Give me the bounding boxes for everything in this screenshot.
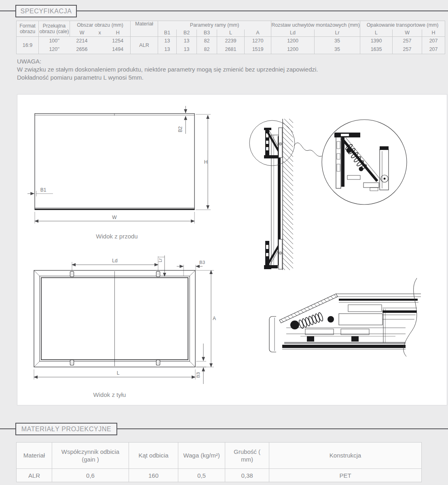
table-cell xyxy=(94,37,106,46)
table-cell: PET xyxy=(269,469,422,482)
mounting-clip xyxy=(70,272,74,277)
mounting-clip xyxy=(70,360,74,365)
table-cell: 13 xyxy=(158,45,177,54)
table-cell: 207 xyxy=(422,45,445,54)
dim-label-lr: Lr xyxy=(158,258,163,262)
table-cell: ALR xyxy=(17,469,52,482)
section-title-box-specyfikacja: SPECYFIKACJA xyxy=(15,5,77,17)
table-cell: 2239 xyxy=(217,37,245,46)
col-header-diagonal: Przekątna obrazu (cale) xyxy=(39,21,70,37)
technical-drawing: H W B2 B1 Widok z przodu xyxy=(17,95,447,405)
note-line-2: Dokładność pomiaru parametru L wynosi 5m… xyxy=(17,74,318,82)
table-cell: 35 xyxy=(315,37,360,46)
table-cell: 35 xyxy=(315,45,360,54)
col-header-format: Format obrazu xyxy=(17,21,39,37)
table-cell: 1635 xyxy=(360,45,393,54)
sub-header-h2: H xyxy=(422,30,445,37)
col-header-angle: Kąt odbicia xyxy=(129,443,178,469)
table-cell: 1519 xyxy=(245,45,271,54)
top-bracket xyxy=(264,128,282,158)
table-cell: 1494 xyxy=(106,45,131,54)
col-header-thickness: Grubość ( mm) xyxy=(225,443,269,469)
sub-header-h: H xyxy=(106,30,131,37)
rear-view-drawing: Ld Lr B3 A B3 L Widok z tyłu xyxy=(34,255,216,398)
materials-table: Materiał Współczynnik odbicia (gain ) Ką… xyxy=(16,442,422,482)
col-header-weight: Waga (kg/m²) xyxy=(178,443,225,469)
sub-header-lr: Lr xyxy=(315,30,360,37)
col-header-gain: Współczynnik odbicia (gain ) xyxy=(52,443,129,469)
note-line-1: W związku ze stałym doskonaleniem produk… xyxy=(17,65,318,74)
sub-header-b2: B2 xyxy=(177,30,197,37)
wall-hatching xyxy=(283,119,293,270)
spec-sheet-page: { "section1": {"title": "SPECYFIKACJA"},… xyxy=(0,0,448,485)
table-cell: 160 xyxy=(129,469,178,482)
table-row: 120'' 2656 1494 13 13 82 2681 1519 1200 … xyxy=(17,45,445,54)
group-header-opakowanie: Opakowanie transportowe (mm) xyxy=(360,21,445,30)
table-cell: 1254 xyxy=(106,37,131,46)
table-cell: 1200 xyxy=(271,45,315,54)
table-cell: 82 xyxy=(197,37,217,46)
sub-header-ld: Ld xyxy=(271,30,315,37)
table-cell: 1200 xyxy=(271,37,315,46)
group-header-rama: Parametry ramy (mm) xyxy=(158,21,271,30)
table-cell: 0,38 xyxy=(225,469,269,482)
dim-label-b1: B1 xyxy=(40,187,46,193)
table-cell: 13 xyxy=(177,45,197,54)
group-header-obszar: Obszar obrazu (mm) xyxy=(70,21,131,30)
cell-format: 16:9 xyxy=(17,37,39,54)
note-block: UWAGA: W związku ze stałym doskonaleniem… xyxy=(17,57,318,82)
mounting-clip xyxy=(156,360,160,365)
table-cell: 1270 xyxy=(245,37,271,46)
table-cell: 207 xyxy=(422,37,445,46)
sub-header-a: A xyxy=(245,30,271,37)
table-cell: 100'' xyxy=(39,37,70,46)
dim-label-b2: B2 xyxy=(178,126,183,132)
table-cell: 257 xyxy=(393,45,422,54)
break-line xyxy=(404,278,417,356)
page-title: SPECYFIKACJA xyxy=(20,8,72,15)
spring-coil xyxy=(298,312,323,329)
spec-table: Format obrazu Przekątna obrazu (cale) Ob… xyxy=(16,21,445,54)
sub-header-w: W xyxy=(70,30,94,37)
rear-view-caption: Widok z tyłu xyxy=(93,391,126,398)
table-cell: 0,5 xyxy=(178,469,225,482)
dim-label-l: L xyxy=(117,370,120,376)
technical-drawing-panel: H W B2 B1 Widok z przodu xyxy=(17,94,447,405)
cross-section-drawing xyxy=(269,278,421,356)
sub-header-b3: B3 xyxy=(197,30,217,37)
table-cell: 2214 xyxy=(70,37,94,46)
dim-label-ld: Ld xyxy=(112,258,117,264)
sub-header-l2: L xyxy=(360,30,393,37)
note-title: UWAGA: xyxy=(17,57,318,65)
callout-leader-line xyxy=(294,143,322,156)
side-view-drawing xyxy=(249,119,407,270)
detail-callout-circle-large xyxy=(322,120,407,205)
table-cell: 120'' xyxy=(39,45,70,54)
col-header-construction: Konstrukcja xyxy=(269,443,422,469)
sub-header-w2: W xyxy=(393,30,422,37)
sub-header-l: L xyxy=(217,30,245,37)
col-header-material: Materiał xyxy=(131,21,158,37)
bottom-bracket xyxy=(264,239,282,269)
table-cell: 0,6 xyxy=(52,469,129,482)
table-cell: 2681 xyxy=(217,45,245,54)
dim-label-b3-top: B3 xyxy=(199,260,205,265)
section-title-box-materialy: MATERIAŁY PROJEKCYJNE xyxy=(15,423,117,435)
table-cell: 82 xyxy=(197,45,217,54)
mounting-clip xyxy=(156,272,160,277)
front-view-caption: Widok z przodu xyxy=(96,233,137,240)
cell-material: ALR xyxy=(131,37,158,54)
dim-label-w: W xyxy=(112,215,117,220)
table-row: ALR 0,6 160 0,5 0,38 PET xyxy=(17,469,422,482)
sub-header-b1: B1 xyxy=(158,30,177,37)
dim-label-h: H xyxy=(204,159,208,165)
materials-section-title: MATERIAŁY PROJEKCYJNE xyxy=(21,426,112,433)
front-view-drawing: H W B2 B1 Widok z przodu xyxy=(27,106,211,240)
col-header-material: Materiał xyxy=(17,443,52,469)
table-cell: 257 xyxy=(393,37,422,46)
dim-label-a: A xyxy=(213,316,216,321)
table-cell: 2656 xyxy=(70,45,94,54)
table-row: 16:9 100'' 2214 1254 ALR 13 13 82 2239 1… xyxy=(17,37,445,46)
group-header-rozstaw: Rozstaw uchwytów montażowych (mm) xyxy=(271,21,360,30)
table-cell: 1390 xyxy=(360,37,393,46)
